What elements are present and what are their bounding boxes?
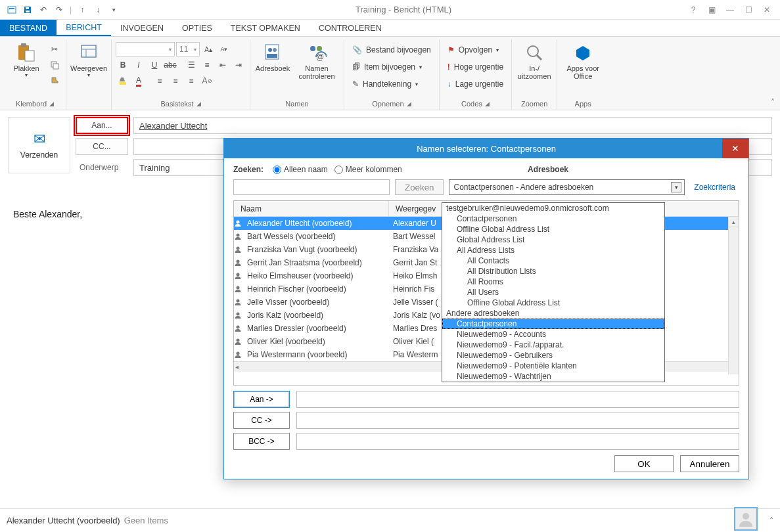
- dropdown-item[interactable]: All Distribution Lists: [442, 266, 664, 277]
- zoom-button[interactable]: In-/ uitzoomen: [516, 39, 553, 83]
- cc-field[interactable]: [296, 412, 739, 429]
- attach-file-button[interactable]: 📎Bestand bijvoegen: [348, 42, 435, 58]
- tab-review[interactable]: CONTROLEREN: [310, 20, 391, 36]
- addressbook-button[interactable]: Adresboek: [254, 39, 291, 75]
- followup-button[interactable]: ⚑Opvolgen▾: [444, 42, 507, 58]
- dialog-close-button[interactable]: ✕: [722, 139, 748, 158]
- italic-icon[interactable]: I: [131, 58, 146, 72]
- bold-icon[interactable]: B: [116, 58, 130, 72]
- apps-button[interactable]: Apps voor Office: [561, 39, 605, 83]
- to-button[interactable]: Aan...: [76, 117, 128, 134]
- save-icon[interactable]: [21, 3, 34, 16]
- send-button[interactable]: ✉ Verzenden: [8, 117, 70, 173]
- maximize-icon[interactable]: ☐: [742, 3, 755, 16]
- copy-icon[interactable]: [47, 58, 62, 72]
- attach-item-button[interactable]: 🗐Item bijvoegen▾: [348, 59, 435, 75]
- dropdown-item[interactable]: Nieuwedemo9 - Wachtrijen: [442, 371, 664, 382]
- dropdown-item[interactable]: Nieuwedemo9 - Accounts: [442, 329, 664, 340]
- search-criteria-link[interactable]: Zoekcriteria: [690, 183, 739, 192]
- dropdown-item[interactable]: testgebruiker@nieuwedemo9.onmicrosoft.co…: [442, 203, 664, 213]
- bcc-button[interactable]: BCC ->: [233, 433, 290, 450]
- bullets-icon[interactable]: ☰: [184, 58, 198, 72]
- radio-name-only[interactable]: Alleen naam: [273, 165, 328, 174]
- svg-point-15: [273, 48, 277, 52]
- dialog-launcher-icon[interactable]: ◢: [196, 100, 201, 107]
- dropdown-item[interactable]: All Address Lists: [442, 245, 664, 255]
- font-color-icon[interactable]: A: [131, 74, 146, 88]
- dropdown-item[interactable]: All Contacts: [442, 255, 664, 266]
- people-pane-toggle-icon[interactable]: ˄: [769, 516, 773, 525]
- cut-icon[interactable]: ✂: [47, 42, 62, 56]
- dropdown-item[interactable]: Contactpersonen: [442, 319, 664, 329]
- dropdown-item[interactable]: Offline Global Address List: [442, 224, 664, 234]
- prev-item-icon[interactable]: ↑: [76, 3, 89, 16]
- next-item-icon[interactable]: ↓: [91, 3, 104, 16]
- minimize-icon[interactable]: —: [723, 3, 737, 16]
- search-button[interactable]: Zoeken: [395, 179, 444, 195]
- redo-icon[interactable]: ↷: [53, 3, 66, 16]
- numbering-icon[interactable]: ≡: [200, 58, 214, 72]
- addressbook-dropdown[interactable]: testgebruiker@nieuwedemo9.onmicrosoft.co…: [442, 202, 665, 382]
- undo-icon[interactable]: ↶: [37, 3, 50, 16]
- tab-insert[interactable]: INVOEGEN: [111, 20, 173, 36]
- cc-button[interactable]: CC ->: [233, 412, 290, 429]
- dropdown-item[interactable]: Andere adresboeken: [442, 308, 664, 319]
- aan-field[interactable]: [296, 391, 739, 408]
- grow-font-icon[interactable]: A▴: [201, 42, 216, 56]
- show-button[interactable]: Weergeven ▾: [70, 39, 107, 81]
- underline-icon[interactable]: U: [147, 58, 162, 72]
- cc-button[interactable]: CC...: [76, 138, 128, 155]
- ribbon-display-icon[interactable]: ▣: [705, 3, 718, 16]
- outdent-icon[interactable]: ⇤: [216, 58, 230, 72]
- font-size-selector[interactable]: 11▾: [176, 42, 200, 56]
- scrollbar-vertical[interactable]: ▴: [728, 217, 739, 374]
- search-input[interactable]: [233, 179, 390, 195]
- col-name[interactable]: Naam: [234, 201, 389, 216]
- low-importance-button[interactable]: ↓Lage urgentie: [444, 76, 507, 92]
- dialog-launcher-icon[interactable]: ◢: [49, 100, 54, 107]
- qat-icon[interactable]: [5, 3, 18, 16]
- qat-more-icon[interactable]: ▾: [107, 3, 120, 16]
- cancel-button[interactable]: Annuleren: [680, 455, 739, 472]
- high-importance-button[interactable]: !Hoge urgentie: [444, 59, 507, 75]
- format-painter-icon[interactable]: [47, 74, 62, 88]
- dialog-launcher-icon[interactable]: ◢: [485, 100, 490, 107]
- shrink-font-icon[interactable]: A▾: [217, 42, 231, 56]
- tab-options[interactable]: OPTIES: [173, 20, 221, 36]
- dropdown-item[interactable]: All Users: [442, 287, 664, 298]
- collapse-ribbon-icon[interactable]: ˄: [771, 98, 775, 107]
- dropdown-item[interactable]: Nieuwedemo9 - Potentiële klanten: [442, 361, 664, 371]
- addressbook-select[interactable]: Contactpersonen - Andere adresboeken ▾: [449, 179, 685, 195]
- checknames-button[interactable]: @ Namen controleren: [294, 39, 340, 83]
- dropdown-item[interactable]: Offline Global Address List: [442, 298, 664, 308]
- ok-button[interactable]: OK: [614, 455, 674, 472]
- font-selector[interactable]: ▾: [116, 42, 175, 56]
- indent-icon[interactable]: ⇥: [231, 58, 246, 72]
- dropdown-item[interactable]: Global Address List: [442, 234, 664, 245]
- contact-avatar[interactable]: [734, 507, 758, 531]
- paste-button[interactable]: Plakken ▾: [8, 39, 45, 81]
- aan-button[interactable]: Aan ->: [233, 391, 290, 408]
- dialog-launcher-icon[interactable]: ◢: [407, 100, 411, 107]
- close-icon[interactable]: ✕: [760, 3, 773, 16]
- align-left-icon[interactable]: ≡: [152, 74, 167, 88]
- help-icon[interactable]: ?: [687, 3, 700, 16]
- signature-button[interactable]: ✎Handtekening▾: [348, 76, 435, 92]
- dropdown-item[interactable]: Nieuwedemo9 - Gebruikers: [442, 350, 664, 361]
- align-center-icon[interactable]: ≡: [168, 74, 183, 88]
- dropdown-item[interactable]: Contactpersonen: [442, 213, 664, 224]
- dropdown-item[interactable]: All Rooms: [442, 277, 664, 287]
- tab-file[interactable]: BESTAND: [0, 20, 57, 36]
- bcc-field[interactable]: [296, 433, 739, 450]
- tab-message[interactable]: BERICHT: [57, 20, 111, 36]
- group-basictext: ▾ 11▾ A▴ A▾ B I U abc ☰ ≡ ⇤ ⇥: [112, 39, 250, 110]
- radio-more-columns[interactable]: Meer kolommen: [334, 165, 402, 174]
- strike-icon[interactable]: abc: [163, 58, 177, 72]
- clear-format-icon[interactable]: A⊘: [200, 74, 214, 88]
- to-field[interactable]: Alexander Uttecht: [133, 117, 772, 134]
- scroll-up-icon[interactable]: ▴: [729, 217, 739, 227]
- align-right-icon[interactable]: ≡: [184, 74, 198, 88]
- tab-format[interactable]: TEKST OPMAKEN: [221, 20, 310, 36]
- dropdown-item[interactable]: Nieuwedemo9 - Facil./apparat.: [442, 340, 664, 350]
- highlight-icon[interactable]: [116, 74, 130, 88]
